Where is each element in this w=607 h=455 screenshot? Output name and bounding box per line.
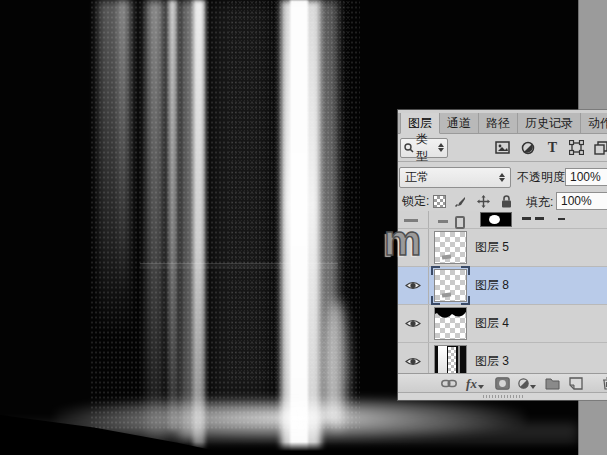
active-thumb-corner — [431, 296, 440, 305]
visibility-toggle[interactable] — [398, 267, 429, 304]
layer-row-8-selected[interactable]: 图层 8 — [398, 267, 607, 305]
delete-layer-icon[interactable] — [599, 375, 607, 392]
layer-row-clipped[interactable] — [398, 211, 607, 229]
lock-row: 锁定: 填充: 100% — [398, 192, 607, 211]
layer-row-4[interactable]: 图层 4 — [398, 305, 607, 343]
blend-mode-value: 正常 — [405, 169, 429, 186]
panel-bottom-toolbar: fx — [398, 373, 607, 392]
layer-mask-thumbnail[interactable] — [480, 212, 512, 227]
smart-object-filter-icon[interactable] — [592, 139, 607, 156]
fill-input[interactable]: 100% — [556, 192, 607, 210]
layer-thumbnail[interactable] — [434, 307, 467, 340]
select-spinner-icon — [499, 173, 505, 182]
filter-kind-label: 类型 — [416, 131, 438, 165]
opacity-label: 不透明度: — [517, 169, 568, 186]
eye-icon — [405, 356, 421, 367]
layer-name: 图层 8 — [475, 277, 509, 294]
search-icon — [404, 143, 414, 153]
new-group-icon[interactable] — [543, 375, 561, 392]
add-layer-mask-icon[interactable] — [493, 375, 511, 392]
lock-all-icon[interactable] — [499, 195, 513, 208]
eye-icon — [405, 280, 421, 291]
clipped-thumbnail-fragment — [438, 220, 448, 223]
pixel-layer-filter-icon[interactable] — [494, 139, 511, 156]
clipped-label-fragment — [522, 217, 531, 220]
select-spinner-icon — [438, 143, 444, 152]
panel-resize-strip[interactable] — [398, 392, 607, 399]
resize-grip-icon[interactable] — [483, 395, 523, 398]
layers-panel: 图层 通道 路径 历史记录 动作 类型 T 正常 — [398, 110, 607, 400]
shape-layer-filter-icon[interactable] — [568, 139, 585, 156]
eye-icon — [405, 318, 421, 329]
blend-mode-select[interactable]: 正常 — [399, 167, 511, 188]
tab-actions[interactable]: 动作 — [581, 113, 607, 133]
bottom-shadow — [0, 442, 578, 455]
layer-filter-row: 类型 T — [398, 134, 607, 162]
layer-name: 图层 5 — [475, 239, 509, 256]
tab-paths[interactable]: 路径 — [479, 113, 518, 133]
fill-value: 100% — [561, 194, 592, 208]
filter-kind-select[interactable]: 类型 — [400, 138, 448, 158]
clipped-link-fragment — [455, 216, 465, 229]
spray-noise — [228, 0, 352, 380]
lock-transparency-icon[interactable] — [433, 195, 446, 208]
layer-row-5[interactable]: 图层 5 — [398, 229, 607, 267]
link-layers-icon[interactable] — [440, 375, 458, 392]
opacity-input[interactable]: 100% — [565, 168, 607, 186]
layer-name: 图层 3 — [475, 353, 509, 370]
blend-mode-row: 正常 不透明度: 100% — [398, 162, 607, 192]
opacity-value: 100% — [570, 170, 601, 184]
tab-history[interactable]: 历史记录 — [518, 113, 581, 133]
type-layer-filter-icon[interactable]: T — [544, 139, 561, 156]
clipped-label-fragment — [558, 218, 565, 220]
active-thumb-corner — [461, 296, 470, 305]
new-layer-icon[interactable] — [567, 375, 585, 392]
lock-pixels-icon[interactable] — [453, 195, 467, 208]
layer-name: 图层 4 — [475, 315, 509, 332]
lock-label: 锁定: — [402, 193, 429, 210]
active-thumb-corner — [461, 266, 470, 275]
tab-channels[interactable]: 通道 — [440, 113, 479, 133]
layer-thumbnail[interactable] — [434, 231, 467, 264]
fill-label: 填充: — [526, 194, 553, 211]
layer-style-fx-icon[interactable]: fx — [466, 375, 484, 392]
adjustment-layer-filter-icon[interactable] — [519, 139, 536, 156]
clipped-label-fragment — [535, 217, 544, 220]
active-thumb-corner — [431, 266, 440, 275]
layer-list: 图层 5 图层 8 图层 4 — [398, 211, 607, 373]
visibility-toggle[interactable] — [398, 305, 429, 342]
lock-position-icon[interactable] — [476, 195, 490, 208]
new-adjustment-layer-icon[interactable] — [518, 375, 536, 392]
watermark-m: m — [384, 220, 421, 262]
